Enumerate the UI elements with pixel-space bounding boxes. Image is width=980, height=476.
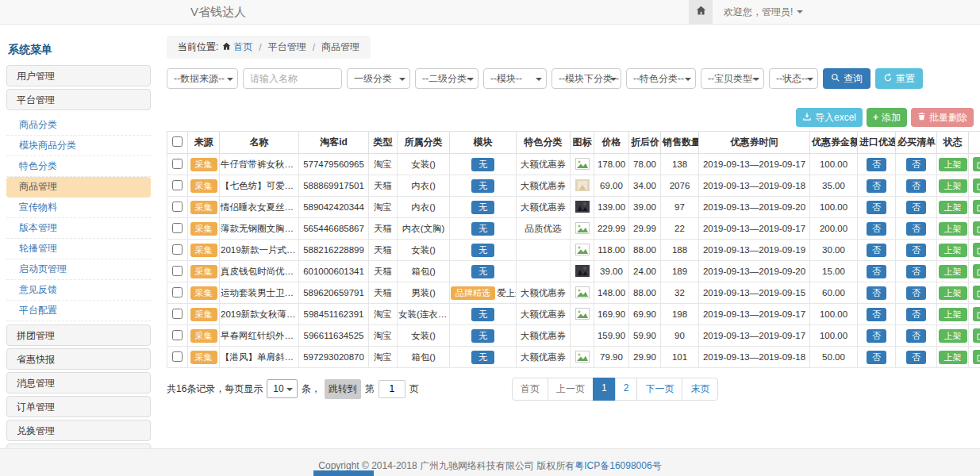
import-excel-button[interactable]: 导入excel xyxy=(796,108,863,127)
row-checkbox[interactable] xyxy=(172,223,183,233)
row-checkbox[interactable] xyxy=(172,202,183,212)
sidebar-submenu-item[interactable]: 商品管理 xyxy=(6,177,151,198)
import-select-badge[interactable]: 否 xyxy=(867,329,886,343)
filter-select-status[interactable]: --状态-- xyxy=(769,68,818,89)
sidebar-submenu-item[interactable]: 轮播管理 xyxy=(6,239,151,259)
sidebar-submenu-item[interactable]: 特色分类 xyxy=(6,156,151,177)
sidebar-submenu-item[interactable]: 意见反馈 xyxy=(6,280,151,301)
sidebar-submenu-item[interactable]: 商品分类 xyxy=(6,115,151,136)
status-badge[interactable]: 上架 xyxy=(939,265,967,278)
must-buy-badge[interactable]: 否 xyxy=(906,351,926,364)
jump-button[interactable]: 跳转到 xyxy=(325,379,361,399)
status-badge[interactable]: 上架 xyxy=(939,222,967,236)
row-checkbox[interactable] xyxy=(172,330,183,340)
breadcrumb-home-link[interactable]: 首页 xyxy=(222,40,252,54)
must-buy-badge[interactable]: 否 xyxy=(906,286,926,300)
sidebar-submenu-item[interactable]: 版本管理 xyxy=(6,218,151,239)
filter-select-source[interactable]: --数据来源-- xyxy=(167,68,238,89)
module-cell: 无 xyxy=(450,325,517,347)
pager-first[interactable]: 首页 xyxy=(512,378,548,401)
import-select-badge[interactable]: 否 xyxy=(867,351,886,364)
sidebar-group-item[interactable]: 兑换管理 xyxy=(6,420,151,441)
sidebar-group-item[interactable]: 消息管理 xyxy=(6,372,151,393)
must-buy-badge[interactable]: 否 xyxy=(906,158,926,171)
must-buy-badge[interactable]: 否 xyxy=(906,265,926,278)
select-all-checkbox[interactable] xyxy=(172,136,183,147)
filter-select-item-type[interactable]: --宝贝类型-- xyxy=(701,68,764,89)
sidebar-group-item[interactable]: 拼团管理 xyxy=(6,324,151,346)
sidebar-group-item[interactable]: 省惠快报 xyxy=(6,348,151,370)
row-checkbox[interactable] xyxy=(172,159,183,169)
import-select-badge[interactable]: 否 xyxy=(867,222,886,236)
row-checkbox[interactable] xyxy=(172,351,183,362)
row-checkbox[interactable] xyxy=(172,244,183,255)
filter-select-module-sub-category[interactable]: --模块下分类-- xyxy=(551,68,621,89)
chevron-down-icon xyxy=(753,78,759,81)
user-menu[interactable]: 欢迎您，管理员! xyxy=(724,6,803,19)
icp-link[interactable]: 粤ICP备16098006号 xyxy=(575,460,661,471)
row-checkbox[interactable] xyxy=(172,180,183,190)
pager-last[interactable]: 末页 xyxy=(682,378,718,401)
pager-page[interactable]: 1 xyxy=(593,378,616,401)
import-select-badge[interactable]: 否 xyxy=(867,158,886,171)
pager-prev[interactable]: 上一页 xyxy=(548,378,594,401)
row-checkbox[interactable] xyxy=(172,309,183,319)
import-select-badge[interactable]: 否 xyxy=(867,265,886,278)
page-number-input[interactable] xyxy=(379,380,405,398)
reset-button[interactable]: 重置 xyxy=(875,68,923,89)
status-badge[interactable]: 上架 xyxy=(939,308,967,321)
status-cell: 上架 xyxy=(937,304,969,325)
sales-cell: 101 xyxy=(661,347,699,368)
must-buy-badge[interactable]: 否 xyxy=(906,201,926,214)
sidebar-group-item[interactable]: 用户管理 xyxy=(6,65,151,86)
filter-select-level1-category[interactable]: 一级分类 xyxy=(347,68,410,89)
edit-button[interactable] xyxy=(973,178,980,193)
add-button[interactable]: + 添加 xyxy=(867,108,907,127)
sidebar-submenu-item[interactable]: 平台配置 xyxy=(6,301,151,321)
taoke-id-cell: 588216228899 xyxy=(299,240,369,261)
edit-button[interactable] xyxy=(973,157,980,171)
import-select-badge[interactable]: 否 xyxy=(867,286,886,300)
must-buy-badge[interactable]: 否 xyxy=(906,308,926,321)
edit-button[interactable] xyxy=(973,350,980,364)
status-badge[interactable]: 上架 xyxy=(939,201,967,214)
must-buy-badge[interactable]: 否 xyxy=(906,329,926,343)
sidebar-group-item[interactable]: 平台管理 xyxy=(6,89,151,110)
status-badge[interactable]: 上架 xyxy=(939,158,967,171)
search-button[interactable]: 查询 xyxy=(823,68,870,89)
edit-button[interactable] xyxy=(973,286,980,300)
status-badge[interactable]: 上架 xyxy=(939,179,967,193)
must-buy-badge[interactable]: 否 xyxy=(906,244,926,257)
edit-button[interactable] xyxy=(973,243,980,257)
sidebar-submenu-item[interactable]: 宣传物料 xyxy=(6,198,151,218)
batch-delete-button[interactable]: 批量删除 xyxy=(911,108,974,127)
status-badge[interactable]: 上架 xyxy=(939,329,967,343)
edit-button[interactable] xyxy=(973,328,980,343)
import-select-badge[interactable]: 否 xyxy=(867,201,886,214)
sidebar-submenu-item[interactable]: 启动页管理 xyxy=(6,259,151,280)
must-buy-badge[interactable]: 否 xyxy=(906,179,926,193)
sidebar-submenu-item[interactable]: 模块商品分类 xyxy=(6,136,151,156)
status-badge[interactable]: 上架 xyxy=(939,351,967,364)
sidebar-group-item[interactable]: 订单管理 xyxy=(6,396,151,417)
filter-select-level2-category[interactable]: --二级分类-- xyxy=(415,68,478,89)
edit-button[interactable] xyxy=(973,264,980,278)
edit-button[interactable] xyxy=(973,307,980,321)
pager-page[interactable]: 2 xyxy=(615,378,638,401)
home-button[interactable] xyxy=(689,0,713,24)
filter-select-module[interactable]: --模块-- xyxy=(483,68,547,89)
row-checkbox[interactable] xyxy=(172,287,183,298)
status-badge[interactable]: 上架 xyxy=(939,244,967,257)
edit-button[interactable] xyxy=(973,200,980,214)
filter-select-feature-category[interactable]: --特色分类-- xyxy=(626,68,696,89)
row-checkbox[interactable] xyxy=(172,266,183,276)
must-buy-badge[interactable]: 否 xyxy=(906,222,926,236)
pager-next[interactable]: 下一页 xyxy=(636,378,682,401)
import-select-badge[interactable]: 否 xyxy=(867,179,886,193)
import-select-badge[interactable]: 否 xyxy=(867,308,886,321)
page-size-select[interactable]: 10 xyxy=(267,379,297,398)
edit-button[interactable] xyxy=(973,221,980,236)
status-badge[interactable]: 上架 xyxy=(939,286,967,300)
name-search-input[interactable] xyxy=(243,68,342,89)
import-select-badge[interactable]: 否 xyxy=(867,244,886,257)
